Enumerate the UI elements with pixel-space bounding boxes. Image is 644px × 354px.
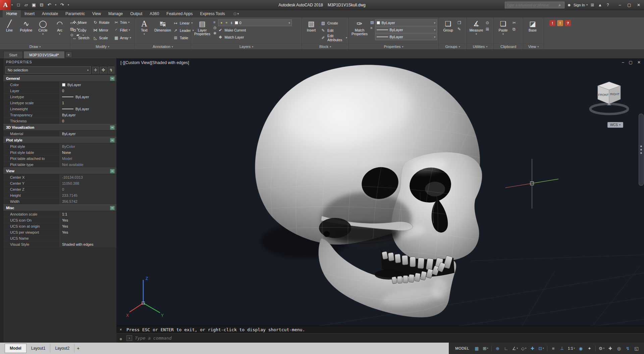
palette-title-strip[interactable] bbox=[0, 58, 3, 343]
leader-button[interactable]: ↗Leader▾ bbox=[173, 27, 194, 34]
sign-in-button[interactable]: ☻ Sign In ▾ bbox=[566, 3, 588, 7]
insert-block-button[interactable]: ▧ Insert bbox=[303, 18, 319, 44]
layout-tab-model[interactable]: Model bbox=[5, 344, 26, 353]
security-status-icon[interactable]: ? bbox=[565, 20, 571, 26]
ribbon-tab-annotate[interactable]: Annotate bbox=[38, 10, 62, 17]
lineweight-display-toggle[interactable]: ≡ bbox=[549, 344, 557, 352]
minimize-drawing-icon[interactable]: – bbox=[622, 60, 624, 65]
bylayer-dropdown-0[interactable]: ByLayer▾ bbox=[375, 19, 437, 26]
measure-button[interactable]: ∡ Measure ▾ bbox=[468, 18, 484, 44]
rotate-button[interactable]: ↻Rotate bbox=[92, 18, 113, 26]
model-space-button[interactable]: MODEL bbox=[452, 344, 472, 352]
match-layer-button[interactable]: ❖Match Layer bbox=[218, 34, 300, 41]
property-row-plot-style[interactable]: Plot styleByColor bbox=[3, 143, 116, 150]
workspace-switching-button[interactable]: ⚙▾ bbox=[597, 344, 606, 352]
select-objects-button[interactable]: ✜ bbox=[100, 67, 107, 73]
line-button[interactable]: ╱Line bbox=[1, 18, 17, 44]
layer-freeze-icon[interactable]: ✻ bbox=[213, 31, 217, 36]
help-search-box[interactable]: ⌕ bbox=[505, 2, 565, 8]
ribbon-tab-express-tools[interactable]: Express Tools bbox=[196, 10, 228, 17]
property-row-color[interactable]: ColorByLayer bbox=[3, 82, 116, 88]
maximize-window-icon[interactable]: ▢ bbox=[625, 1, 634, 9]
dynamic-input-toggle[interactable]: ⊕ bbox=[493, 344, 502, 352]
alerts-icon[interactable]: ▲ bbox=[597, 3, 603, 7]
property-row-plot-table-attached-to[interactable]: Plot table attached toModel bbox=[3, 156, 116, 162]
restore-drawing-icon[interactable]: ▢ bbox=[629, 60, 633, 65]
array-button[interactable]: ▦Array▾ bbox=[113, 34, 134, 42]
properties-panel-button[interactable]: Properties ▾ bbox=[349, 44, 438, 49]
save-icon[interactable]: ▣ bbox=[30, 1, 38, 9]
annotation-visibility-toggle[interactable]: ◉ bbox=[577, 344, 585, 352]
redo-icon[interactable]: ↷ bbox=[58, 1, 66, 9]
viewcube-front-face[interactable]: FRONT bbox=[598, 93, 609, 97]
layer-state-icon[interactable]: ≡ bbox=[213, 20, 217, 24]
open-file-icon[interactable]: ▱ bbox=[22, 1, 30, 9]
property-row-linetype[interactable]: LinetypeByLayer bbox=[3, 94, 116, 100]
close-command-line-icon[interactable]: ✕ bbox=[120, 327, 122, 332]
cut-icon[interactable]: ✂ bbox=[513, 20, 516, 25]
isodraft-toggle[interactable]: ◇▾ bbox=[520, 344, 528, 352]
layout-tab-layout2[interactable]: Layout2 bbox=[50, 344, 74, 353]
viewcube-right-face[interactable]: RIGHT bbox=[610, 93, 620, 96]
copy-clip-icon[interactable]: ⧉ bbox=[513, 27, 516, 32]
base-view-button[interactable]: ◪ Base bbox=[525, 18, 541, 44]
circle-button[interactable]: ◯Circle▾ bbox=[35, 18, 51, 44]
property-row-visual-style[interactable]: Visual StyleShaded with edges bbox=[3, 241, 116, 247]
linear-button[interactable]: ↦Linear▾ bbox=[173, 19, 194, 26]
property-row-transparency[interactable]: TransparencyByLayer bbox=[3, 112, 116, 118]
property-row-ucs-icon-at-origin[interactable]: UCS icon at originYes bbox=[3, 223, 116, 229]
ungroup-icon[interactable]: ❒ bbox=[458, 20, 461, 25]
toggle-pickadd-button[interactable]: ✛ bbox=[92, 67, 99, 73]
viewport-minimize-control[interactable]: - bbox=[120, 60, 124, 65]
object-color-icon[interactable]: ▨ bbox=[370, 20, 374, 24]
ortho-mode-toggle[interactable]: ∟ bbox=[502, 344, 511, 352]
property-row-linetype-scale[interactable]: Linetype scale1 bbox=[3, 100, 116, 106]
minimize-window-icon[interactable]: – bbox=[615, 1, 625, 9]
move-button[interactable]: ✜Move bbox=[71, 18, 92, 26]
object-snap-toggle[interactable]: ⊡▾ bbox=[537, 344, 545, 352]
stretch-button[interactable]: ↔Stretch bbox=[71, 34, 92, 42]
ribbon-tab-manage[interactable]: Manage bbox=[105, 10, 126, 17]
text-button[interactable]: A Text ▾ bbox=[136, 18, 152, 44]
grid-display-toggle[interactable]: ▦ bbox=[473, 344, 481, 352]
property-row-plot-table-type[interactable]: Plot table typeNot available bbox=[3, 162, 116, 168]
property-row-annotation-scale[interactable]: Annotation scale1:1 bbox=[3, 211, 116, 217]
polyline-button[interactable]: ∿Polyline bbox=[18, 18, 34, 44]
modify-panel-button[interactable]: Modify ▾ bbox=[70, 44, 135, 49]
ucs-icon[interactable]: Z Y X bbox=[125, 275, 165, 322]
new-file-icon[interactable]: □ bbox=[15, 1, 22, 9]
edit-attributes-button[interactable]: ✐Edit Attributes▾ bbox=[321, 34, 347, 41]
osnap-tracking-toggle[interactable]: ✚ bbox=[528, 344, 537, 352]
group-button[interactable]: ❑ Group bbox=[440, 18, 456, 44]
clean-screen-toggle[interactable]: ◱ bbox=[632, 344, 641, 352]
dimension-button[interactable]: ↹ Dimension bbox=[154, 18, 172, 44]
match-properties-button[interactable]: ✑ Match Properties bbox=[350, 18, 369, 44]
isolate-objects-button[interactable]: ◎ bbox=[615, 344, 623, 352]
quick-calc-icon[interactable]: ⊞ bbox=[486, 27, 489, 32]
file-tab-start[interactable]: Start bbox=[3, 51, 23, 58]
security-alert-icon[interactable]: ! bbox=[549, 20, 555, 26]
view-panel-button[interactable]: View ▾ bbox=[523, 44, 544, 49]
bylayer-dropdown-2[interactable]: ByLayer▾ bbox=[375, 34, 437, 40]
mirror-button[interactable]: ⋈Mirror bbox=[92, 26, 113, 34]
draw-panel-button[interactable]: Draw ▾ bbox=[0, 44, 70, 49]
ribbon-tab-parametric[interactable]: Parametric bbox=[62, 10, 89, 17]
copy-button[interactable]: ⧉Copy bbox=[71, 26, 92, 34]
polar-tracking-toggle[interactable]: ∠▾ bbox=[511, 344, 519, 352]
viewcube[interactable]: FRONT RIGHT bbox=[585, 74, 635, 117]
property-row-height[interactable]: Height233.7145 bbox=[3, 192, 116, 198]
property-row-material[interactable]: MaterialByLayer bbox=[3, 131, 116, 137]
section-header-3d-visualization[interactable]: 3D Visualization− bbox=[3, 124, 116, 131]
annotation-monitor-toggle[interactable]: ✚ bbox=[606, 344, 614, 352]
undo-caret-icon[interactable]: ▾ bbox=[53, 1, 58, 9]
make-current-button[interactable]: ✔Make Current bbox=[218, 26, 300, 34]
annotation-panel-button[interactable]: Annotation ▾ bbox=[135, 44, 191, 49]
edit-block-button[interactable]: ✎Edit bbox=[321, 27, 347, 34]
scale-button[interactable]: ◺Scale bbox=[92, 34, 113, 42]
property-row-thickness[interactable]: Thickness0 bbox=[3, 118, 116, 124]
utilities-panel-button[interactable]: Utilities ▾ bbox=[467, 44, 493, 49]
selection-dropdown[interactable]: No selection ▾ bbox=[5, 66, 91, 74]
security-warning-icon[interactable]: ! bbox=[557, 20, 563, 26]
command-line-customize-icon[interactable]: ⚙ bbox=[120, 337, 122, 341]
bylayer-dropdown-1[interactable]: ByLayer▾ bbox=[375, 26, 437, 33]
